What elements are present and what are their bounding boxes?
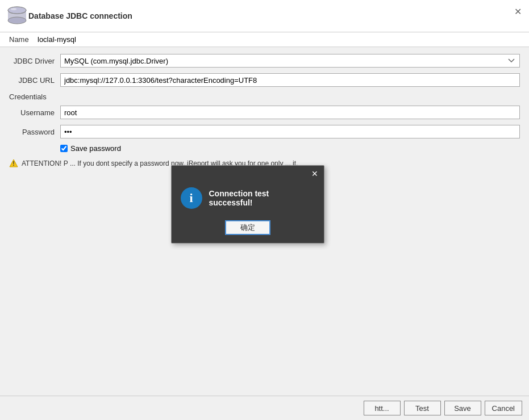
- save-password-checkbox[interactable]: [60, 145, 68, 152]
- save-password-row: Save password: [60, 144, 520, 153]
- http-button[interactable]: htt...: [364, 401, 401, 415]
- jdbc-url-input[interactable]: [60, 73, 520, 87]
- window-title: Database JDBC connection: [28, 11, 132, 20]
- svg-point-4: [11, 8, 16, 10]
- jdbc-driver-label: JDBC Driver: [9, 57, 60, 65]
- title-bar: Database JDBC connection ✕: [0, 0, 529, 32]
- save-button[interactable]: Save: [444, 401, 481, 415]
- name-label: Name: [9, 35, 38, 44]
- bottom-bar: htt... Test Save Cancel: [0, 396, 529, 420]
- modal-close-button[interactable]: ✕: [309, 168, 320, 179]
- jdbc-url-row: JDBC URL: [9, 73, 520, 87]
- password-row: Password: [9, 125, 520, 138]
- warning-icon: !: [9, 159, 18, 170]
- name-bar: Name: [0, 32, 529, 47]
- test-button[interactable]: Test: [404, 401, 441, 415]
- attention-label: ATTENTION! P: [22, 159, 68, 167]
- username-row: Username: [9, 106, 520, 119]
- modal-footer: 确定: [172, 218, 324, 243]
- username-label: Username: [9, 108, 60, 117]
- save-password-label[interactable]: Save password: [70, 144, 121, 153]
- cancel-button[interactable]: Cancel: [485, 401, 522, 415]
- jdbc-driver-row: JDBC Driver MySQL (com.mysql.jdbc.Driver…: [9, 54, 520, 68]
- svg-text:!: !: [13, 161, 14, 167]
- svg-point-2: [8, 17, 26, 24]
- password-label: Password: [9, 128, 60, 136]
- modal-message: Connection test successful!: [209, 189, 313, 207]
- database-icon: [6, 5, 28, 27]
- svg-point-3: [8, 7, 26, 14]
- main-content: JDBC Driver MySQL (com.mysql.jdbc.Driver…: [0, 47, 529, 396]
- jdbc-url-label: JDBC URL: [9, 76, 60, 85]
- name-input[interactable]: [38, 35, 520, 44]
- credentials-header: Credentials: [9, 93, 47, 101]
- close-button[interactable]: ✕: [512, 6, 523, 17]
- modal-title-bar: ✕: [172, 166, 324, 182]
- jdbc-driver-select[interactable]: MySQL (com.mysql.jdbc.Driver): [60, 54, 520, 68]
- modal-body: i Connection test successful!: [172, 182, 324, 218]
- modal-dialog: ✕ i Connection test successful! 确定: [171, 165, 324, 243]
- username-input[interactable]: [60, 106, 520, 119]
- info-icon: i: [181, 187, 202, 209]
- modal-ok-button[interactable]: 确定: [225, 220, 270, 235]
- password-input[interactable]: [60, 125, 520, 138]
